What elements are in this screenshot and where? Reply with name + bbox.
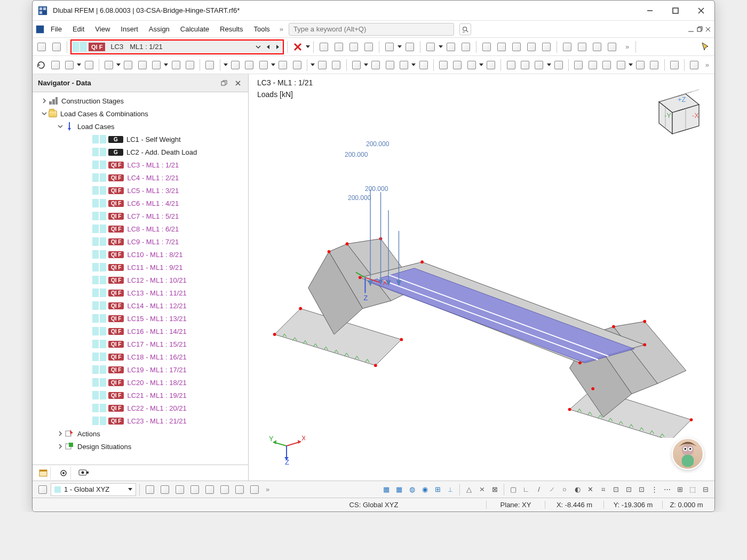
loadcase-item[interactable]: QI FLC18 - ML1 : 16/21	[33, 350, 248, 363]
menu-calculate[interactable]: Calculate	[176, 23, 213, 35]
loadcase-item[interactable]: QI FLC23 - ML1 : 21/21	[33, 414, 248, 427]
chevron-down-icon[interactable]	[271, 63, 275, 66]
loadcase-item[interactable]: QI FLC15 - ML1 : 13/21	[33, 312, 248, 325]
snap-button-23[interactable]: ⬚	[687, 484, 698, 495]
loadcase-item[interactable]: QI FLC8 - ML1 : 6/21	[33, 222, 248, 235]
loadcase-selector[interactable]: QI F LC3 ML1 : 1/21	[70, 39, 284, 54]
toolbar2-button-20[interactable]	[398, 58, 410, 72]
minimize-button[interactable]	[642, 3, 658, 19]
toolbar1-button-7[interactable]	[403, 40, 417, 54]
toolbar1-button-1[interactable]	[332, 40, 346, 54]
chevron-down-icon[interactable]	[547, 63, 551, 66]
loadcase-item[interactable]: QI FLC10 - ML1 : 8/21	[33, 248, 248, 261]
keyword-search-button[interactable]	[459, 23, 471, 35]
menu-edit[interactable]: Edit	[68, 23, 89, 35]
chevron-down-icon[interactable]	[116, 63, 121, 66]
loadcase-item[interactable]: QI FLC4 - ML1 : 2/21	[33, 171, 248, 184]
model-view[interactable]: X Z	[265, 127, 704, 438]
loadcase-item[interactable]: QI FLC20 - ML1 : 18/21	[33, 376, 248, 389]
collapse-icon[interactable]	[40, 111, 49, 116]
toolbar2-button-22[interactable]	[437, 58, 450, 72]
loadcase-dropdown-button[interactable]	[254, 41, 263, 53]
toolbar2-button-18[interactable]	[369, 58, 382, 72]
toolbar2-button-13[interactable]	[276, 58, 289, 72]
snap-button-10[interactable]: ∟	[520, 484, 532, 495]
toolbar2-button-23[interactable]	[451, 58, 464, 72]
toolbar2-button-36[interactable]	[668, 58, 681, 72]
axis-triad[interactable]: X Y Z	[268, 427, 305, 465]
toolbar2-button-8[interactable]	[184, 58, 196, 72]
snap-button-18[interactable]: ⊡	[623, 484, 634, 495]
bottombar-button-3[interactable]	[188, 483, 202, 497]
toolbar1-button-15[interactable]	[495, 40, 508, 54]
toolbar-pointer-button[interactable]	[698, 40, 712, 54]
app-menu-icon[interactable]	[36, 25, 44, 34]
chevron-down-icon[interactable]	[479, 63, 483, 66]
snap-button-19[interactable]: ⊡	[635, 484, 647, 495]
toolbar2-button-35[interactable]	[648, 58, 661, 72]
mdi-restore-icon[interactable]	[696, 26, 703, 33]
toolbar2-button-21[interactable]	[417, 58, 430, 72]
mdi-minimize-icon[interactable]	[688, 26, 694, 33]
toolbar1-button-22[interactable]	[590, 40, 604, 54]
toolbar2-button-9[interactable]	[203, 58, 216, 72]
toolbar2-button-24[interactable]	[465, 58, 478, 72]
toolbar1-button-12[interactable]	[459, 40, 473, 54]
loadcase-item[interactable]: QI FLC11 - ML1 : 9/21	[33, 261, 248, 274]
snap-button-13[interactable]: ○	[559, 484, 570, 495]
toolbar1-button-5[interactable]	[383, 40, 396, 54]
toolbar2-button-26[interactable]	[504, 58, 517, 72]
toolbar2-button-4[interactable]	[122, 58, 134, 72]
loadcase-item[interactable]: QI FLC13 - ML1 : 11/21	[33, 286, 248, 299]
coord-system-button[interactable]	[36, 483, 50, 497]
snap-button-1[interactable]: ▦	[393, 484, 405, 495]
tree-group[interactable]: Actions	[33, 427, 248, 440]
loadcase-item[interactable]: QI FLC19 - ML1 : 17/21	[33, 363, 248, 376]
close-button[interactable]	[693, 3, 709, 19]
collapse-icon[interactable]	[56, 124, 65, 129]
snap-button-12[interactable]: ⟋	[546, 484, 558, 495]
loadcase-item[interactable]: GLC2 - Add. Death Load	[33, 146, 248, 158]
bottombar-button-2[interactable]	[173, 483, 187, 497]
bottombar-button-4[interactable]	[203, 483, 217, 497]
bottombar-button-6[interactable]	[233, 483, 247, 497]
toolbar2-button-1[interactable]	[63, 58, 76, 72]
menu-overflow-icon[interactable]: »	[276, 25, 287, 33]
toolbar-btn-2[interactable]	[50, 40, 63, 54]
toolbar2-button-30[interactable]	[572, 58, 585, 72]
snap-button-14[interactable]: ◐	[571, 484, 583, 495]
toolbar2-button-7[interactable]	[169, 58, 182, 72]
toolbar2-button-16[interactable]	[330, 58, 343, 72]
toolbar1-button-0[interactable]	[317, 40, 331, 54]
loadcase-item[interactable]: QI FLC17 - ML1 : 15/21	[33, 338, 248, 350]
toolbar2-button-17[interactable]	[350, 58, 363, 72]
toolbar2-button-3[interactable]	[102, 58, 115, 72]
navigator-tree[interactable]: Construction StagesLoad Cases & Combinat…	[33, 92, 248, 465]
snap-button-11[interactable]: /	[533, 484, 545, 495]
loadcase-item[interactable]: GLC1 - Self Weight	[33, 133, 248, 146]
toolbar2-button-27[interactable]	[519, 58, 531, 72]
bottombar-button-1[interactable]	[158, 483, 172, 497]
menu-tools[interactable]: Tools	[249, 23, 274, 35]
toolbar-overflow-icon[interactable]: »	[702, 61, 712, 69]
snap-button-16[interactable]: ⌗	[597, 484, 609, 495]
coord-system-select[interactable]: 1 - Global XYZ	[51, 483, 136, 496]
menu-file[interactable]: File	[46, 23, 66, 35]
toolbar2-button-15[interactable]	[316, 58, 329, 72]
navigator-tab-display[interactable]	[56, 467, 71, 479]
toolbar1-button-23[interactable]	[605, 40, 619, 54]
chevron-down-icon[interactable]	[77, 63, 81, 66]
keyword-search-input[interactable]	[292, 25, 450, 34]
toolbar2-button-11[interactable]	[243, 58, 256, 72]
toolbar1-button-21[interactable]	[575, 40, 589, 54]
toolbar1-button-9[interactable]	[424, 40, 438, 54]
toolbar2-button-33[interactable]	[614, 58, 627, 72]
chevron-down-icon[interactable]	[364, 63, 368, 66]
loadcase-next-button[interactable]	[273, 41, 282, 53]
tree-group[interactable]: Construction Stages	[33, 94, 248, 107]
chevron-down-icon[interactable]	[398, 45, 402, 48]
bottombar-button-0[interactable]	[143, 483, 157, 497]
expand-icon[interactable]	[56, 444, 65, 449]
chevron-down-icon[interactable]	[311, 63, 315, 66]
toolbar-refresh-button[interactable]	[35, 58, 47, 72]
